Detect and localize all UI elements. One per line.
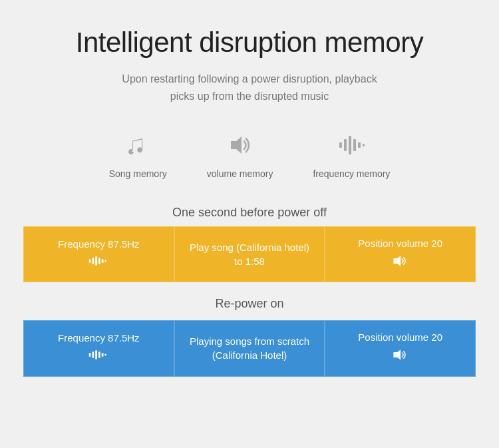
svg-rect-11 bbox=[98, 258, 100, 264]
svg-rect-5 bbox=[353, 139, 356, 151]
before-power-off-row: Frequency 87.5Hz Play song (California h… bbox=[23, 226, 476, 282]
svg-rect-7 bbox=[363, 144, 365, 146]
before-song-cell: Play song (California hotel) to 1:58 bbox=[174, 226, 325, 282]
repower-song-cell: Playing songs from scratch (California H… bbox=[174, 320, 325, 376]
before-volume-text: Position volume 20 bbox=[358, 236, 442, 250]
svg-line-0 bbox=[133, 139, 142, 141]
svg-rect-10 bbox=[96, 256, 98, 266]
svg-marker-21 bbox=[393, 350, 401, 360]
before-frequency-text: Frequency 87.5Hz bbox=[58, 237, 140, 251]
svg-marker-14 bbox=[393, 256, 401, 266]
svg-rect-20 bbox=[105, 354, 106, 356]
volume-memory-label: volume memory bbox=[207, 168, 273, 179]
music-note-icon bbox=[123, 128, 152, 162]
svg-rect-18 bbox=[98, 352, 100, 359]
repower-volume-cell: Position volume 20 bbox=[325, 320, 476, 376]
frequency-memory-item: frequency memory bbox=[313, 128, 390, 179]
repower-song-text: Playing songs from scratch (California H… bbox=[186, 334, 314, 362]
repower-frequency-icon bbox=[88, 349, 108, 365]
svg-rect-13 bbox=[105, 260, 106, 262]
page-title: Intelligent disruption memory bbox=[76, 27, 423, 59]
repower-speaker-icon bbox=[392, 348, 409, 366]
svg-rect-17 bbox=[96, 351, 98, 360]
frequency-memory-label: frequency memory bbox=[313, 168, 390, 179]
re-power-on-label: Re-power on bbox=[215, 297, 283, 311]
before-speaker-icon bbox=[392, 254, 409, 272]
before-volume-cell: Position volume 20 bbox=[325, 226, 476, 282]
song-memory-item: Song memory bbox=[109, 128, 167, 179]
svg-rect-19 bbox=[102, 353, 104, 357]
repower-volume-text: Position volume 20 bbox=[358, 330, 442, 344]
svg-rect-2 bbox=[339, 142, 342, 148]
svg-rect-3 bbox=[344, 139, 347, 151]
svg-rect-8 bbox=[89, 259, 91, 262]
svg-rect-15 bbox=[89, 353, 91, 357]
page-subtitle: Upon restarting following a power disrup… bbox=[122, 71, 377, 105]
icons-row: Song memory volume memory frequency memo… bbox=[109, 128, 391, 179]
svg-rect-9 bbox=[92, 258, 94, 264]
before-frequency-cell: Frequency 87.5Hz bbox=[23, 226, 174, 282]
before-song-text: Play song (California hotel) to 1:58 bbox=[186, 240, 314, 268]
before-frequency-icon bbox=[88, 255, 108, 272]
speaker-icon bbox=[226, 128, 255, 162]
repower-frequency-cell: Frequency 87.5Hz bbox=[23, 320, 174, 376]
song-memory-label: Song memory bbox=[109, 168, 167, 179]
volume-memory-item: volume memory bbox=[207, 128, 273, 179]
svg-rect-12 bbox=[102, 259, 104, 262]
svg-rect-4 bbox=[349, 136, 351, 154]
svg-rect-16 bbox=[92, 352, 94, 359]
svg-rect-6 bbox=[358, 142, 361, 148]
frequency-icon bbox=[337, 128, 366, 162]
before-power-off-label: One second before power off bbox=[172, 206, 327, 220]
repower-frequency-text: Frequency 87.5Hz bbox=[58, 331, 140, 345]
re-power-on-row: Frequency 87.5Hz Playing songs from scra… bbox=[23, 320, 476, 376]
svg-marker-1 bbox=[231, 136, 242, 154]
